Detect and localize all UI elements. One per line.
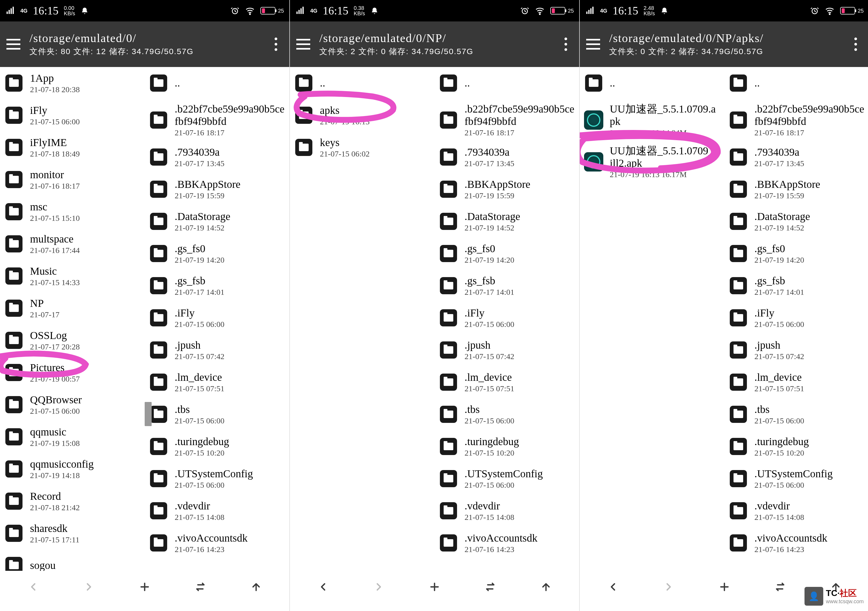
file-row[interactable]: Music 21-07-15 14:33: [0, 260, 145, 292]
file-row[interactable]: .turingdebug 21-07-15 10:20: [434, 430, 579, 462]
file-row[interactable]: .vivoAccountsdk 21-07-16 14:23: [145, 527, 289, 559]
forward-button[interactable]: [661, 579, 677, 595]
path-text[interactable]: /storage/emulated/0/: [29, 31, 268, 45]
file-row[interactable]: .vdevdir 21-07-15 14:08: [434, 495, 579, 527]
add-button[interactable]: [716, 579, 732, 595]
file-row[interactable]: ..: [724, 67, 868, 99]
file-row[interactable]: ..: [434, 67, 579, 99]
file-row[interactable]: .iFly 21-07-15 06:00: [724, 302, 868, 334]
file-row[interactable]: .gs_fsb 21-07-17 14:01: [434, 270, 579, 302]
file-row[interactable]: .b22bf7cbe59e99a90b5cefbf94f9bbfd 21-07-…: [434, 99, 579, 141]
file-row[interactable]: .gs_fs0 21-07-19 14:20: [724, 237, 868, 270]
file-row[interactable]: .DataStorage 21-07-19 14:52: [434, 205, 579, 237]
file-row[interactable]: .gs_fsb 21-07-17 14:01: [145, 270, 289, 302]
forward-button[interactable]: [371, 579, 387, 595]
menu-button[interactable]: [295, 36, 311, 52]
file-name: .BBKAppStore: [465, 178, 575, 191]
file-row[interactable]: ..: [145, 67, 289, 99]
file-row[interactable]: .jpush 21-07-15 07:42: [724, 334, 868, 366]
file-row[interactable]: .lm_device 21-07-15 07:51: [724, 366, 868, 398]
file-row[interactable]: .turingdebug 21-07-15 10:20: [724, 430, 868, 462]
file-row[interactable]: apks 21-07-19 16:13: [290, 99, 434, 131]
file-row[interactable]: .vdevdir 21-07-15 14:08: [145, 495, 289, 527]
file-row[interactable]: .gs_fsb 21-07-17 14:01: [724, 270, 868, 302]
file-row[interactable]: .DataStorage 21-07-19 14:52: [145, 205, 289, 237]
scrollbar-thumb[interactable]: [145, 402, 152, 426]
file-name: .gs_fs0: [755, 242, 865, 255]
file-row[interactable]: .vivoAccountsdk 21-07-16 14:23: [434, 527, 579, 559]
file-row[interactable]: .iFly 21-07-15 06:00: [145, 302, 289, 334]
back-button[interactable]: [605, 579, 621, 595]
file-row[interactable]: .lm_device 21-07-15 07:51: [145, 366, 289, 398]
file-row[interactable]: multspace 21-07-16 17:44: [0, 228, 145, 260]
status-time: 16:15: [613, 4, 639, 17]
add-button[interactable]: [426, 579, 443, 595]
file-row[interactable]: monitor 21-07-16 18:17: [0, 163, 145, 195]
file-row[interactable]: .lm_device 21-07-15 07:51: [434, 366, 579, 398]
file-row[interactable]: UU加速器_5.5.1.0709_kill2.apk 21-07-19 16:1…: [580, 141, 724, 183]
file-row[interactable]: .gs_fs0 21-07-19 14:20: [434, 237, 579, 270]
file-row[interactable]: .vivoAccountsdk 21-07-16 14:23: [724, 527, 868, 559]
file-row[interactable]: sogou: [0, 549, 145, 571]
menu-button[interactable]: [585, 36, 601, 52]
file-name: .lm_device: [175, 371, 285, 383]
file-row[interactable]: .jpush 21-07-15 07:42: [145, 334, 289, 366]
file-row[interactable]: .jpush 21-07-15 07:42: [434, 334, 579, 366]
file-row[interactable]: iFlyIME 21-07-18 18:49: [0, 131, 145, 163]
file-row[interactable]: .7934039a 21-07-17 13:45: [145, 141, 289, 173]
file-row[interactable]: keys 21-07-15 06:02: [290, 131, 434, 163]
file-row[interactable]: .UTSystemConfig 21-07-15 06:00: [145, 462, 289, 495]
up-button[interactable]: [248, 579, 264, 595]
file-row[interactable]: .UTSystemConfig 21-07-15 06:00: [724, 462, 868, 495]
add-button[interactable]: [136, 579, 153, 595]
file-row[interactable]: .b22bf7cbe59e99a90b5cefbf94f9bbfd 21-07-…: [724, 99, 868, 141]
back-button[interactable]: [25, 579, 41, 595]
file-row[interactable]: .iFly 21-07-15 06:00: [434, 302, 579, 334]
path-text[interactable]: /storage/emulated/0/NP/apks/: [609, 31, 848, 45]
file-row[interactable]: .BBKAppStore 21-07-19 15:59: [434, 173, 579, 205]
file-row[interactable]: msc 21-07-15 15:10: [0, 195, 145, 228]
file-row[interactable]: .tbs 21-07-15 06:00: [724, 398, 868, 430]
file-row[interactable]: .vdevdir 21-07-15 14:08: [724, 495, 868, 527]
menu-button[interactable]: [5, 36, 22, 52]
file-row[interactable]: qqmusic 21-07-19 15:08: [0, 421, 145, 453]
file-row[interactable]: Record 21-07-18 21:42: [0, 485, 145, 517]
file-row[interactable]: sharesdk 21-07-15 17:11: [0, 517, 145, 549]
file-row[interactable]: .BBKAppStore 21-07-19 15:59: [145, 173, 289, 205]
file-row[interactable]: 1App 21-07-18 20:38: [0, 67, 145, 99]
file-name: .gs_fs0: [175, 242, 285, 255]
file-row[interactable]: Pictures 21-07-19 00:57: [0, 357, 145, 389]
swap-button[interactable]: [482, 579, 498, 595]
file-row[interactable]: .BBKAppStore 21-07-19 15:59: [724, 173, 868, 205]
file-row[interactable]: .gs_fs0 21-07-19 14:20: [145, 237, 289, 270]
signal-icon: [295, 6, 305, 16]
folder-icon: [440, 149, 457, 166]
file-row[interactable]: .UTSystemConfig 21-07-15 06:00: [434, 462, 579, 495]
swap-button[interactable]: [772, 579, 788, 595]
file-name: .DataStorage: [755, 210, 865, 223]
more-button[interactable]: [558, 37, 574, 51]
file-row[interactable]: .tbs 21-07-15 06:00: [434, 398, 579, 430]
back-button[interactable]: [315, 579, 331, 595]
more-button[interactable]: [848, 37, 864, 51]
file-row[interactable]: ..: [290, 67, 434, 99]
file-row[interactable]: qqmusicconfig 21-07-19 14:18: [0, 453, 145, 485]
file-row[interactable]: .7934039a 21-07-17 13:45: [724, 141, 868, 173]
file-row[interactable]: ..: [580, 67, 724, 99]
file-row[interactable]: .b22bf7cbe59e99a90b5cefbf94f9bbfd 21-07-…: [145, 99, 289, 141]
file-row[interactable]: UU加速器_5.5.1.0709.apk 21-07-19 16:08 14.9…: [580, 99, 724, 141]
file-row[interactable]: .DataStorage 21-07-19 14:52: [724, 205, 868, 237]
file-row[interactable]: QQBrowser 21-07-15 06:00: [0, 389, 145, 421]
file-row[interactable]: .turingdebug 21-07-15 10:20: [145, 430, 289, 462]
file-row[interactable]: .tbs 21-07-15 06:00: [145, 398, 289, 430]
file-row[interactable]: .7934039a 21-07-17 13:45: [434, 141, 579, 173]
file-row[interactable]: OSSLog 21-07-17 20:28: [0, 324, 145, 357]
folder-icon: [150, 534, 167, 552]
swap-button[interactable]: [192, 579, 208, 595]
file-row[interactable]: NP 21-07-17: [0, 292, 145, 324]
path-text[interactable]: /storage/emulated/0/NP/: [319, 31, 558, 45]
more-button[interactable]: [268, 37, 284, 51]
forward-button[interactable]: [81, 579, 97, 595]
up-button[interactable]: [538, 579, 554, 595]
file-row[interactable]: iFly 21-07-15 06:00: [0, 99, 145, 131]
